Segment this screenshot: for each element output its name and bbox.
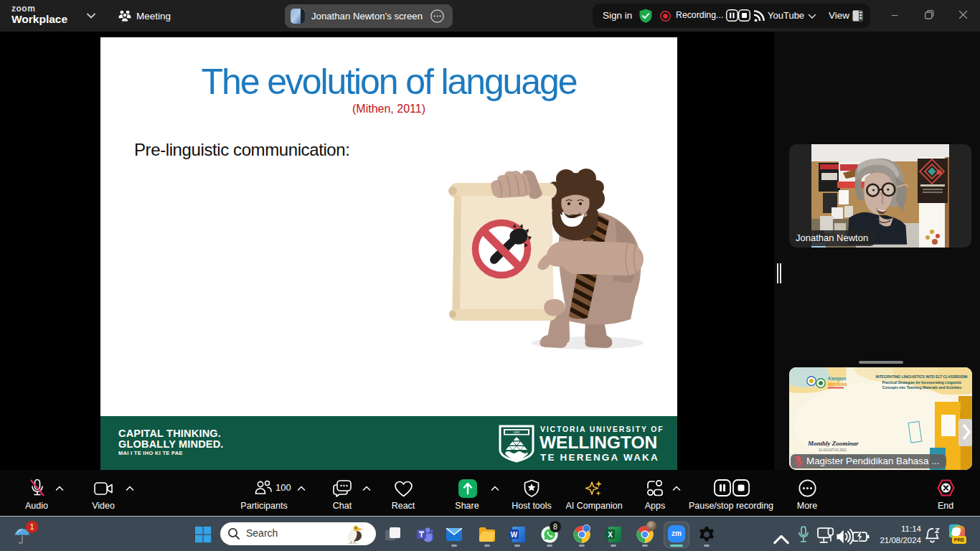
- svg-text:W: W: [511, 531, 518, 539]
- svg-text:Practical Strategies for Incor: Practical Strategies for Incorporating L…: [882, 381, 962, 385]
- svg-text:31 AGUSTUS 2021: 31 AGUSTUS 2021: [819, 448, 847, 452]
- svg-text:X: X: [608, 531, 613, 539]
- svg-text:INTEGRATING LINGUISTICS INTO E: INTEGRATING LINGUISTICS INTO ELT CLASSRO…: [876, 375, 969, 379]
- svg-text:1897: 1897: [513, 430, 520, 434]
- svg-text:Concepts into Teaching Materia: Concepts into Teaching Materials and Act…: [882, 386, 962, 390]
- svg-text:Monthly Zoominar: Monthly Zoominar: [807, 440, 859, 447]
- svg-text:Merdeka: Merdeka: [828, 382, 847, 387]
